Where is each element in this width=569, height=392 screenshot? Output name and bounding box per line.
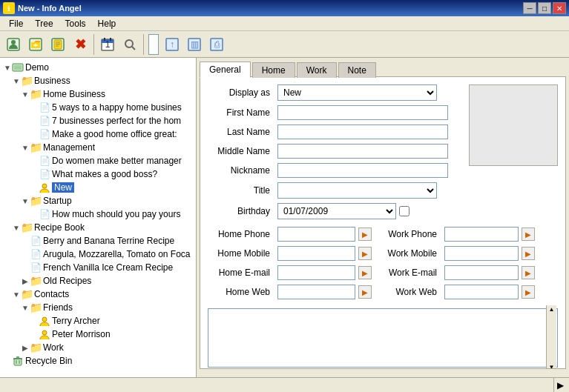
home-phone-input[interactable] bbox=[277, 227, 355, 242]
home-web-arrow[interactable]: ▶ bbox=[358, 285, 372, 299]
nav-button-2[interactable]: ▥ bbox=[184, 34, 205, 55]
nav-button-3[interactable]: ⎙ bbox=[206, 34, 227, 55]
tree-item-recycle[interactable]: Recycle Bin bbox=[0, 354, 196, 368]
tree-item-contacts[interactable]: ▼ 📁 Contacts bbox=[0, 288, 196, 301]
tree-item-demo[interactable]: ▼ Demo bbox=[0, 61, 196, 74]
menu-tools[interactable]: Tools bbox=[59, 17, 92, 30]
menu-file[interactable]: File bbox=[3, 17, 29, 30]
status-scroll-right[interactable]: ▶ bbox=[554, 378, 566, 392]
tree-item-doc5[interactable]: 📄 What makes a good boss? bbox=[0, 167, 196, 181]
tree-item-doc9[interactable]: 📄 French Vanilla Ice Cream Recipe bbox=[0, 261, 196, 274]
nav-button-1[interactable]: ↑ bbox=[162, 34, 182, 55]
work-web-arrow[interactable]: ▶ bbox=[522, 285, 535, 299]
tree-toggle-recipe-book[interactable]: ▼ bbox=[12, 224, 21, 232]
work-web-input[interactable] bbox=[444, 285, 519, 299]
birthday-checkbox[interactable] bbox=[399, 206, 410, 216]
middle-name-row: Middle Name bbox=[208, 144, 457, 159]
home-email-arrow[interactable]: ▶ bbox=[358, 266, 372, 279]
tree-item-doc1[interactable]: 📄 5 ways to a happy home busines bbox=[0, 101, 196, 114]
menu-help[interactable]: Help bbox=[92, 17, 122, 30]
tree-toggle-demo[interactable]: ▼ bbox=[3, 64, 12, 72]
tree-item-doc6[interactable]: 📄 How much should you pay yours bbox=[0, 207, 196, 221]
nickname-input[interactable] bbox=[277, 163, 448, 178]
notes-textarea[interactable] bbox=[208, 308, 558, 368]
svg-point-26 bbox=[42, 317, 47, 322]
minimize-button[interactable]: ─ bbox=[523, 2, 536, 14]
tree-label-doc2: 7 businesses perfect for the hom bbox=[52, 116, 181, 126]
doc2-icon: 📄 bbox=[39, 115, 50, 127]
work-email-input[interactable] bbox=[444, 265, 519, 280]
tree-item-doc3[interactable]: 📄 Make a good home office great: bbox=[0, 127, 196, 141]
tree-toggle-friends[interactable]: ▼ bbox=[21, 304, 30, 312]
tree-item-doc4[interactable]: 📄 Do women make better manager bbox=[0, 154, 196, 167]
tree-toggle-old-recipes[interactable]: ▶ bbox=[21, 277, 30, 285]
tree-toggle-startup[interactable]: ▼ bbox=[21, 197, 30, 205]
first-name-label: First Name bbox=[208, 107, 274, 118]
work-email-arrow[interactable]: ▶ bbox=[522, 266, 535, 279]
scroll-down[interactable]: ▼ bbox=[549, 364, 555, 369]
tree-item-work[interactable]: ▶ 📁 Work bbox=[0, 341, 196, 354]
add-note-button[interactable] bbox=[47, 34, 68, 55]
title-select[interactable] bbox=[277, 182, 437, 199]
recycle-bin-icon bbox=[12, 355, 24, 367]
tree-label-work: Work bbox=[43, 342, 64, 353]
menu-tree[interactable]: Tree bbox=[29, 17, 59, 30]
birthday-select[interactable]: 01/07/2009 bbox=[277, 203, 396, 219]
tree-toggle-management[interactable]: ▼ bbox=[21, 144, 30, 152]
tree-toggle-home-business[interactable]: ▼ bbox=[21, 90, 30, 99]
maximize-button[interactable]: □ bbox=[538, 2, 551, 14]
tree-item-doc8[interactable]: 📄 Arugula, Mozzarella, Tomato on Foca bbox=[0, 248, 196, 261]
home-web-input[interactable] bbox=[277, 285, 355, 299]
delete-button[interactable]: ✖ bbox=[70, 34, 91, 55]
tree-item-business[interactable]: ▼ 📁 Business bbox=[0, 74, 196, 87]
nickname-row: Nickname bbox=[208, 163, 457, 178]
tab-work[interactable]: Work bbox=[297, 62, 337, 78]
doc3-icon: 📄 bbox=[39, 128, 50, 140]
scroll-up[interactable]: ▲ bbox=[549, 306, 555, 313]
tab-general[interactable]: General bbox=[200, 62, 251, 78]
toolbar: ✖ 1 ↑ ▥ ⎙ bbox=[0, 31, 569, 58]
add-person-button[interactable] bbox=[3, 34, 24, 55]
svg-rect-24 bbox=[14, 65, 22, 70]
last-name-input[interactable] bbox=[277, 124, 448, 139]
work-phone-arrow[interactable]: ▶ bbox=[522, 227, 535, 241]
add-folder-button[interactable] bbox=[25, 34, 46, 55]
home-email-input[interactable] bbox=[277, 265, 355, 280]
work-mobile-arrow[interactable]: ▶ bbox=[522, 247, 535, 260]
tab-home[interactable]: Home bbox=[252, 62, 295, 78]
tree-item-friends[interactable]: ▼ 📁 Friends bbox=[0, 301, 196, 314]
search-button[interactable] bbox=[119, 34, 140, 55]
tree-item-peter[interactable]: Peter Morrison bbox=[0, 328, 196, 341]
tree-toggle-business[interactable]: ▼ bbox=[12, 77, 21, 85]
terry-contact-icon bbox=[39, 315, 50, 327]
middle-name-input[interactable] bbox=[277, 144, 448, 159]
tree-label-recycle: Recycle Bin bbox=[25, 356, 72, 366]
home-mobile-label: Home Mobile bbox=[208, 248, 274, 259]
tree-label-doc5: What makes a good boss? bbox=[52, 169, 157, 179]
tree-item-home-business[interactable]: ▼ 📁 Home Business bbox=[0, 87, 196, 101]
home-phone-arrow[interactable]: ▶ bbox=[358, 227, 372, 241]
display-as-select[interactable]: New bbox=[277, 84, 437, 101]
tree-item-doc7[interactable]: 📄 Berry and Banana Terrine Recipe bbox=[0, 234, 196, 248]
home-mobile-arrow[interactable]: ▶ bbox=[358, 247, 372, 260]
work-phone-input[interactable] bbox=[444, 227, 519, 242]
tree-item-old-recipes[interactable]: ▶ 📁 Old Recipes bbox=[0, 274, 196, 288]
display-as-row: Display as New bbox=[208, 84, 457, 101]
tab-note[interactable]: Note bbox=[338, 62, 376, 78]
tree-toggle-contacts[interactable]: ▼ bbox=[12, 290, 21, 299]
first-name-input[interactable] bbox=[277, 105, 448, 120]
home-web-label: Home Web bbox=[208, 287, 274, 297]
tree-item-management[interactable]: ▼ 📁 Management bbox=[0, 141, 196, 154]
tree-item-new[interactable]: New bbox=[0, 181, 196, 194]
tree-toggle-work[interactable]: ▶ bbox=[21, 344, 30, 352]
svg-text:⎙: ⎙ bbox=[214, 39, 220, 50]
tree-item-terry[interactable]: Terry Archer bbox=[0, 314, 196, 328]
home-mobile-input[interactable] bbox=[277, 246, 355, 261]
tree-item-recipe-book[interactable]: ▼ 📁 Recipe Book bbox=[0, 221, 196, 234]
tree-label-doc4: Do women make better manager bbox=[52, 156, 182, 166]
tree-item-startup[interactable]: ▼ 📁 Startup bbox=[0, 194, 196, 207]
tree-item-doc2[interactable]: 📄 7 businesses perfect for the hom bbox=[0, 114, 196, 127]
close-button[interactable]: ✕ bbox=[553, 2, 566, 14]
calendar-button[interactable]: 1 bbox=[97, 34, 118, 55]
work-mobile-input[interactable] bbox=[444, 246, 519, 261]
